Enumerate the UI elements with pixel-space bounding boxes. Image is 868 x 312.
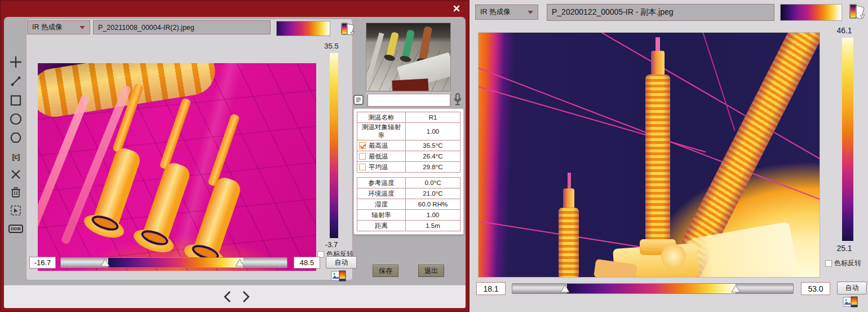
thermal-image[interactable]	[38, 63, 316, 271]
palette-gradient-bar[interactable]	[780, 4, 842, 21]
insulator-body	[645, 74, 670, 243]
insulator-tall	[624, 37, 692, 274]
max-temp-checkbox[interactable]	[359, 142, 366, 149]
annotation-input[interactable]	[367, 94, 450, 107]
table-row: 最低温26.4°C	[357, 151, 460, 162]
mode-dropdown-value: IR 热成像	[32, 23, 62, 32]
row-value: 26.4°C	[406, 151, 460, 162]
measurement-table: 测温名称R1 测温对象辐射率1.00 最高温35.5°C 最低温26.4°C 平…	[357, 112, 460, 173]
microphone-icon[interactable]	[453, 93, 463, 109]
row-label: 参考温度	[357, 178, 406, 188]
photo-red-base	[392, 78, 428, 91]
table-row: 环境温度21.0°C	[357, 188, 460, 199]
insulator-cap	[651, 51, 665, 76]
row-value: 29.8°C	[406, 162, 460, 173]
rectangle-tool-icon[interactable]	[7, 93, 24, 108]
visible-light-thumbnail[interactable]	[366, 23, 451, 91]
level-span-slider[interactable]	[512, 283, 794, 294]
slider-low-handle[interactable]	[560, 284, 570, 293]
trash-icon[interactable]	[7, 184, 24, 200]
capture-tool-label: [c]	[12, 152, 20, 161]
slider-gradient-fill	[108, 258, 243, 267]
table-row: 参考温度0.0°C	[357, 178, 460, 188]
invert-palette-toggle[interactable]: 色标反转	[825, 258, 861, 268]
chevron-down-icon	[528, 11, 533, 14]
insulator-small	[545, 173, 596, 278]
next-image-icon[interactable]	[239, 289, 254, 305]
note-icon[interactable]	[353, 94, 364, 108]
filename-text: P_20211008_00004-IR(2).jpeg	[98, 24, 194, 32]
polygon-tool-icon[interactable]	[7, 130, 24, 146]
range-max-input[interactable]	[801, 282, 830, 295]
ddb-tool-icon[interactable]: DDB	[7, 221, 24, 236]
range-max-input[interactable]	[294, 257, 320, 269]
row-label: 湿度	[357, 199, 406, 210]
row-label: 辐射率	[357, 210, 406, 221]
scale-min-label: 25.1	[831, 244, 858, 253]
auto-range-button[interactable]: 自动	[837, 282, 867, 295]
filename-field[interactable]: P_20200122_00005-IR - 副本.jpeg	[547, 4, 774, 21]
row-value: 21.0°C	[406, 188, 460, 199]
select-region-tool-icon[interactable]	[7, 203, 24, 218]
filename-field[interactable]: P_20211008_00004-IR(2).jpeg	[93, 20, 271, 34]
capture-area-tool-icon[interactable]: [c]	[7, 148, 24, 164]
row-value: 1.00	[406, 123, 460, 140]
image-palette-icon[interactable]	[331, 270, 346, 284]
table-row: 辐射率1.00	[357, 210, 460, 221]
ddb-tool-label: DDB	[8, 225, 23, 233]
avg-temp-checkbox[interactable]	[359, 164, 366, 170]
row-value: 0.0°C	[406, 178, 460, 188]
measurement-panel: 测温名称R1 测温对象辐射率1.00 最高温35.5°C 最低温26.4°C 平…	[353, 108, 464, 235]
slider-high-handle[interactable]	[731, 284, 741, 293]
thermal-image[interactable]	[478, 32, 820, 278]
prev-image-icon[interactable]	[220, 289, 234, 305]
mode-dropdown[interactable]: IR 热成像	[27, 20, 90, 34]
palette-picker-icon[interactable]	[848, 2, 865, 25]
row-label: 测温对象辐射率	[357, 123, 406, 140]
save-button[interactable]: 保存	[373, 265, 398, 277]
table-row: 距离1.5m	[357, 221, 460, 231]
window-body: [c] DDB IR 热成像 P_20211008_00004-IR(2).jp…	[4, 17, 466, 308]
circle-tool-icon[interactable]	[7, 111, 24, 127]
thermal-editor-window: [c] DDB IR 热成像 P_20211008_00004-IR(2).jp…	[0, 0, 470, 312]
palette-picker-icon[interactable]	[339, 21, 355, 41]
table-row: 测温对象辐射率1.00	[357, 123, 460, 140]
table-row: 最高温35.5°C	[357, 140, 460, 151]
filename-text: P_20200122_00005-IR - 副本.jpeg	[552, 7, 674, 17]
row-value: 60.0 RH%	[406, 199, 460, 210]
slider-low-handle[interactable]	[100, 258, 110, 267]
invert-checkbox[interactable]	[825, 260, 832, 267]
auto-range-button[interactable]: 自动	[326, 256, 357, 269]
scale-max-label: 46.1	[831, 26, 858, 35]
table-row: 平均温29.8°C	[357, 162, 460, 173]
color-scale-bar	[842, 38, 853, 241]
exit-button[interactable]: 退出	[418, 265, 444, 277]
insulator-joint	[661, 244, 686, 269]
slider-high-handle[interactable]	[235, 258, 245, 267]
range-min-input[interactable]	[29, 257, 56, 269]
row-value: 1.00	[406, 210, 460, 221]
min-temp-checkbox[interactable]	[359, 153, 366, 160]
color-scale-bar	[330, 53, 338, 238]
row-label: 平均温	[369, 163, 388, 172]
delete-shape-tool-icon[interactable]	[7, 166, 24, 182]
mode-dropdown-value: IR 热成像	[480, 7, 510, 17]
row-label: 最低温	[369, 152, 388, 161]
close-icon[interactable]	[451, 4, 462, 13]
range-min-input[interactable]	[476, 282, 506, 295]
row-label: 环境温度	[357, 188, 406, 199]
chevron-down-icon	[79, 26, 85, 29]
bottom-strip	[4, 285, 466, 308]
environment-table: 参考温度0.0°C 环境温度21.0°C 湿度60.0 RH% 辐射率1.00 …	[357, 177, 460, 231]
point-tool-icon[interactable]	[7, 54, 24, 70]
invert-label: 色标反转	[834, 258, 861, 268]
image-palette-icon[interactable]	[843, 296, 858, 310]
line-tool-icon[interactable]	[7, 73, 24, 89]
table-row: 湿度60.0 RH%	[357, 199, 460, 210]
palette-gradient-bar[interactable]	[276, 21, 330, 36]
level-span-slider[interactable]	[60, 257, 287, 268]
slider-gradient-fill	[567, 284, 736, 293]
row-label: 测温名称	[357, 112, 406, 123]
row-value: 35.5°C	[406, 140, 460, 151]
mode-dropdown[interactable]: IR 热成像	[475, 5, 538, 20]
